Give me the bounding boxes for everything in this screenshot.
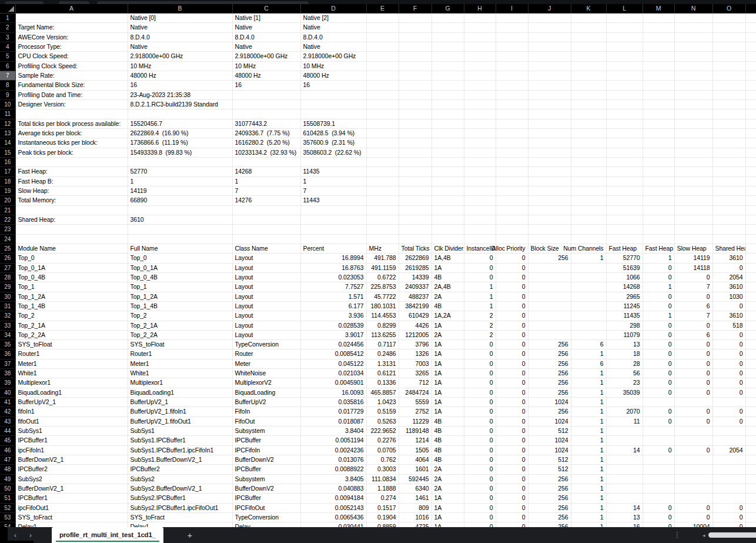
cell-B31[interactable]: Top_1_4B [128,301,232,311]
cell-O24[interactable] [712,234,745,244]
cell-D32[interactable]: 3.936 [300,311,366,321]
cell-A27[interactable]: Top_0_1A [15,263,128,272]
cell-O28[interactable]: 2054 [712,272,745,282]
cell-M15[interactable] [643,148,674,157]
cell-I24[interactable] [496,234,528,244]
cell-A23[interactable] [15,225,128,234]
cell-M5[interactable] [643,52,674,61]
cell-K44[interactable]: 1 [571,427,606,436]
cell-H40[interactable]: 0 [464,388,496,397]
cell-N17[interactable] [674,167,712,176]
cell-A54[interactable]: Delay1 [15,522,128,527]
cell-G26[interactable]: 1A,4B [431,254,464,263]
cell-E7[interactable] [366,71,399,80]
cell-L10[interactable] [606,99,643,109]
cell-D48[interactable]: 0.0088922 [300,465,366,474]
cell-F12[interactable] [399,119,431,128]
cell-M13[interactable] [643,128,674,138]
cell-L29[interactable]: 14268 [606,282,643,292]
cell-K32[interactable] [571,311,606,321]
cell-F17[interactable] [399,167,431,176]
cell-A28[interactable]: Top_0_4B [15,272,128,282]
cell-B6[interactable]: 10 MHz [128,61,232,71]
cell-I22[interactable] [496,215,528,224]
cell-N21[interactable] [674,205,712,215]
cell-I34[interactable]: 0 [496,330,528,339]
row-header-17[interactable]: 17 [0,167,15,176]
cell-P31[interactable] [745,301,756,311]
cell-K54[interactable]: 1 [571,522,606,527]
cell-E26[interactable]: 491.788 [366,254,399,263]
cell-O1[interactable] [712,14,745,23]
cell-G19[interactable] [431,186,464,195]
cell-B13[interactable]: 2622869.4 (16.90 %) [128,128,232,138]
cell-B1[interactable]: Native [0] [128,14,232,23]
cell-P39[interactable] [745,378,756,388]
cell-G11[interactable] [431,109,464,119]
cell-P53[interactable] [745,513,756,522]
cell-F16[interactable] [399,157,431,166]
cell-C46[interactable]: IPCFifoIn [232,445,300,455]
cell-P14[interactable] [745,138,756,148]
cell-H11[interactable] [464,109,496,119]
cell-N49[interactable] [674,474,712,484]
cell-F49[interactable]: 592445 [399,474,431,484]
cell-L47[interactable] [606,455,643,465]
cell-F3[interactable] [399,32,431,42]
cell-M25[interactable]: Fast Heap B [643,244,674,253]
cell-G47[interactable]: 4B [431,455,464,465]
cell-E49[interactable]: 111.0834 [366,474,399,484]
cell-A13[interactable]: Average ticks per block: [15,128,128,138]
cell-E54[interactable]: 0.8859 [366,522,399,527]
cell-K8[interactable] [571,81,606,90]
row-header-4[interactable]: 4 [0,42,15,51]
cell-H47[interactable]: 0 [464,455,496,465]
cell-N39[interactable]: 0 [674,378,712,388]
cell-G23[interactable] [431,225,464,234]
cell-F15[interactable] [399,148,431,157]
cell-G45[interactable]: 4B [431,436,464,445]
cell-B29[interactable]: Top_1 [128,282,232,292]
cell-G46[interactable]: 4B [431,445,464,455]
cell-L51[interactable] [606,494,643,503]
cell-C7[interactable]: 48000 Hz [232,71,300,80]
cell-D34[interactable]: 3.9017 [300,330,366,339]
cell-L52[interactable]: 14 [606,503,643,512]
column-header-C[interactable]: C [232,4,300,14]
cell-K40[interactable]: 1 [571,388,606,397]
cell-G16[interactable] [431,157,464,166]
cell-C47[interactable]: BufferDownV2 [232,455,300,465]
cell-E14[interactable] [366,138,399,148]
cell-D51[interactable]: 0.0094184 [300,494,366,503]
cell-F11[interactable] [399,109,431,119]
cell-F37[interactable]: 7003 [399,359,431,368]
cell-A19[interactable]: Slow Heap: [15,186,128,195]
cell-A51[interactable]: IPCBuffer1 [15,494,128,503]
cell-E25[interactable]: MHz [366,244,399,253]
cell-P51[interactable] [745,494,756,503]
cell-O16[interactable] [712,157,745,166]
cell-C44[interactable]: Subsystem [232,427,300,436]
cell-J20[interactable] [528,196,571,205]
cell-O36[interactable]: 0 [712,349,745,359]
cell-O7[interactable] [712,71,745,80]
cell-L20[interactable] [606,196,643,205]
cell-I12[interactable] [496,119,528,128]
cell-J45[interactable]: 1024 [528,436,571,445]
cell-I15[interactable] [496,148,528,157]
cell-E38[interactable]: 0.6121 [366,369,399,378]
cell-G40[interactable]: 1A [431,388,464,397]
cell-P22[interactable] [745,215,756,224]
cell-A48[interactable]: IPCBuffer2 [15,465,128,474]
cell-D6[interactable]: 10 MHz [300,61,366,71]
cell-M54[interactable]: 0 [643,522,674,527]
cell-L8[interactable] [606,81,643,90]
cell-F28[interactable]: 14339 [399,272,431,282]
cell-L17[interactable] [606,167,643,176]
cell-A15[interactable]: Peak ticks per block: [15,148,128,157]
row-header-46[interactable]: 46 [0,445,15,455]
cell-M39[interactable]: 0 [643,378,674,388]
cell-L5[interactable] [606,52,643,61]
cell-C40[interactable]: BiquadLoading [232,388,300,397]
row-header-54[interactable]: 54 [0,522,15,527]
